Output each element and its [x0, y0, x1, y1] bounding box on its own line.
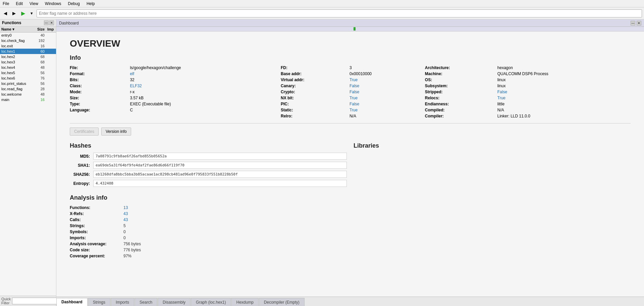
function-name: loc.read_flag [0, 87, 33, 91]
bottom-tab[interactable]: Imports [111, 298, 134, 306]
function-name: loc.hex6 [0, 76, 33, 81]
function-name: entry0 [0, 33, 33, 38]
analysis-xrefs-value: 43 [123, 211, 128, 216]
function-imp [46, 56, 56, 57]
function-size: 40 [33, 33, 46, 38]
menu-windows[interactable]: Windows [44, 1, 63, 7]
content-minimize-button[interactable]: — [631, 21, 635, 26]
function-row[interactable]: loc.hex368 [0, 59, 56, 65]
analysis-strings-label: Strings: [70, 223, 123, 228]
bottom-tab[interactable]: Decompiler (Empty) [259, 298, 305, 306]
function-name: main [0, 97, 33, 102]
info-row-relro: Relro: N/A Compiler: Linker: LLD 11.0.0 [70, 113, 631, 119]
back-button[interactable]: ◀ [2, 10, 9, 17]
analysis-xrefs: X-Refs: 43 [70, 211, 631, 217]
bottom-tab[interactable]: Dashboard [56, 298, 88, 306]
play-dropdown-button[interactable]: ▾ [29, 10, 35, 17]
quick-filter-input[interactable] [12, 298, 62, 304]
forward-button[interactable]: ▶ [11, 10, 17, 17]
bottom-tab[interactable]: Strings [88, 298, 110, 306]
function-name: loc.exit [0, 44, 33, 48]
stripped-value: False [497, 89, 631, 95]
fd-label: FD: [281, 65, 350, 71]
info-row-bits: Bits: 32 Virtual addr: True OS: linux [70, 77, 631, 83]
menu-file[interactable]: File [1, 1, 10, 7]
function-size: 28 [33, 87, 46, 91]
content-title: Dashboard [59, 21, 79, 26]
menu-edit[interactable]: Edit [14, 1, 24, 7]
function-row[interactable]: loc.hex676 [0, 75, 56, 81]
type-label: Type: [70, 101, 130, 107]
col-header-imp[interactable]: Imp [46, 27, 56, 32]
cert-buttons: Certificates Version info [70, 128, 631, 136]
menubar: File Edit View Windows Debug Help [0, 0, 644, 7]
function-size: 192 [33, 38, 46, 43]
function-row[interactable]: loc.hex448 [0, 65, 56, 70]
machine-value: QUALCOMM DSP6 Process [497, 71, 631, 77]
info-row-class: Class: ELF32 Canary: False Subsystem: li… [70, 83, 631, 89]
menu-help[interactable]: Help [85, 1, 96, 7]
toolbar: ◀ ▶ ▶ ▾ [0, 7, 644, 19]
compiler-value: Linker: LLD 11.0.0 [497, 113, 631, 119]
os-label: OS: [425, 77, 497, 83]
function-size: 56 [33, 70, 46, 75]
function-row[interactable]: loc.read_flag28 [0, 86, 56, 92]
analysis-coverage-pct: Coverage percent: 97% [70, 253, 631, 259]
function-row[interactable]: entry040 [0, 33, 56, 38]
virtual-addr-value: True [350, 77, 425, 83]
content-area: Dashboard — ✕ OVERVIEW Info File: ls/goo… [56, 19, 644, 306]
type-value: EXEC (Executable file) [130, 101, 281, 107]
col-header-size[interactable]: Size [33, 27, 46, 32]
libraries-title: Libraries [354, 142, 631, 149]
relro-empty [130, 113, 281, 119]
info-section-title: Info [70, 54, 631, 61]
col-header-name[interactable]: Name ▾ [0, 27, 33, 32]
menu-view[interactable]: View [28, 1, 40, 7]
menu-debug[interactable]: Debug [67, 1, 81, 7]
function-row[interactable]: loc.welcome48 [0, 92, 56, 97]
base-addr-label: Base addr: [281, 71, 350, 77]
version-info-button[interactable]: Version info [101, 128, 131, 136]
content-scroll[interactable]: OVERVIEW Info File: ls/google/hexagon/ch… [56, 32, 644, 297]
bottom-tab[interactable]: Disassembly [158, 298, 191, 306]
certificates-button[interactable]: Certificates [70, 128, 99, 136]
class-label: Class: [70, 83, 130, 89]
function-name: loc.hex1 [0, 49, 33, 54]
analysis-rows: Functions: 13 X-Refs: 43 Calls: 43 Strin… [70, 205, 631, 259]
address-input[interactable] [37, 9, 642, 17]
crypto-value: False [350, 89, 425, 95]
function-row[interactable]: loc.exit16 [0, 43, 56, 49]
info-row-file: File: ls/google/hexagon/challenge FD: 3 … [70, 65, 631, 71]
static-label: Static: [281, 107, 350, 113]
sidebar-controls: — ✕ [44, 20, 54, 25]
function-row[interactable]: main16 [0, 97, 56, 102]
function-name: loc.welcome [0, 92, 33, 97]
function-size: 76 [33, 76, 46, 81]
function-row[interactable]: loc.hex160 [0, 49, 56, 54]
md5-row: MD5: 7a08791c9fb8ae6f26afbd855b05652a [70, 153, 347, 160]
function-row[interactable]: loc.hex268 [0, 54, 56, 59]
function-name: loc.hex4 [0, 65, 33, 70]
function-row[interactable]: loc.print_status56 [0, 81, 56, 86]
mode-value: r-x [130, 89, 281, 95]
bottom-tab[interactable]: Search [135, 298, 157, 306]
info-row-type: Type: EXEC (Executable file) PIC: False … [70, 101, 631, 107]
quick-filter-label: Quick Filter [1, 297, 11, 305]
bottom-tabs: DashboardStringsImportsSearchDisassembly… [56, 297, 644, 306]
sidebar-close-button[interactable]: ✕ [49, 20, 54, 25]
entropy-label: Entropy: [70, 181, 93, 186]
bottom-tab[interactable]: Graph (loc.hex1) [191, 298, 231, 306]
fd-value: 3 [350, 65, 425, 71]
function-row[interactable]: loc.hex556 [0, 70, 56, 75]
bottom-tab[interactable]: Hexdump [231, 298, 258, 306]
md5-value: 7a08791c9fb8ae6f26afbd855b05652a [93, 153, 347, 160]
function-row[interactable]: loc.check_flag192 [0, 38, 56, 43]
content-close-button[interactable]: ✕ [637, 21, 641, 26]
functions-list: entry040loc.check_flag192loc.exit16loc.h… [0, 33, 56, 102]
analysis-title: Analysis info [70, 194, 631, 201]
function-imp [46, 83, 56, 84]
sidebar-minimize-button[interactable]: — [44, 20, 49, 25]
sidebar-header: Functions — ✕ [0, 19, 56, 27]
play-button[interactable]: ▶ [19, 9, 27, 17]
analysis-symbols-value: 0 [123, 230, 126, 234]
